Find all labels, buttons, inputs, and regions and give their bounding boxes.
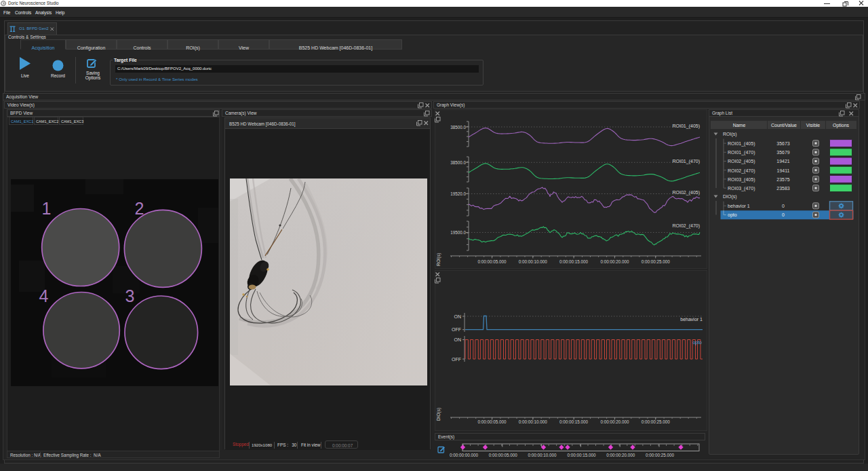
svg-text:Name: Name: [733, 123, 746, 128]
svg-text:0: 0: [782, 204, 785, 208]
svg-text:behavior 1: behavior 1: [680, 317, 703, 322]
svg-text:0:00:00:00.000: 0:00:00:00.000: [450, 453, 479, 457]
svg-text:19520.0: 19520.0: [450, 191, 466, 196]
svg-text:ROI02_(405): ROI02_(405): [728, 159, 755, 164]
svg-text:ROI(s): ROI(s): [723, 132, 737, 137]
svg-text:0:00:00:10.000: 0:00:00:10.000: [519, 259, 548, 264]
svg-text:2: 2: [135, 199, 144, 218]
svg-text:ROI02_(470): ROI02_(470): [673, 223, 700, 229]
svg-text:0:00:00:05.000: 0:00:00:05.000: [477, 259, 507, 264]
svg-text:Visible: Visible: [806, 123, 821, 128]
svg-text:4: 4: [39, 286, 49, 305]
svg-text:19411: 19411: [777, 168, 790, 173]
svg-text:0:00:00:25.000: 0:00:00:25.000: [646, 453, 675, 457]
svg-text:Options: Options: [833, 123, 850, 128]
svg-text:0:00:00:20.000: 0:00:00:20.000: [600, 419, 629, 424]
svg-text:ON: ON: [454, 337, 462, 342]
svg-text:35673: 35673: [776, 141, 790, 146]
svg-text:ROI03_(470): ROI03_(470): [728, 186, 755, 191]
svg-text:OFF: OFF: [452, 357, 461, 362]
svg-text:1: 1: [42, 199, 52, 218]
svg-text:0:00:00:25.000: 0:00:00:25.000: [642, 259, 671, 264]
svg-text:opto: opto: [692, 340, 702, 345]
svg-text:behavior 1: behavior 1: [728, 204, 750, 208]
svg-text:ROI01_(470): ROI01_(470): [673, 159, 700, 164]
svg-text:23583: 23583: [776, 186, 790, 191]
svg-text:0:00:00:15.000: 0:00:00:15.000: [559, 419, 589, 424]
svg-text:3: 3: [125, 286, 135, 305]
svg-text:0:00:00:10.000: 0:00:00:10.000: [519, 419, 548, 424]
svg-text:19421: 19421: [776, 159, 790, 164]
svg-text:ROI01_(405): ROI01_(405): [673, 124, 700, 129]
svg-text:23575: 23575: [776, 177, 790, 182]
svg-text:DIO(s): DIO(s): [723, 194, 737, 200]
svg-text:ROI03_(405): ROI03_(405): [728, 177, 755, 183]
svg-text:38500.0: 38500.0: [450, 160, 466, 165]
svg-text:19500.0: 19500.0: [450, 230, 466, 235]
svg-text:opto: opto: [728, 212, 737, 218]
svg-text:Doric Neuroscience Studio: Doric Neuroscience Studio: [8, 1, 59, 5]
svg-text:Count/Value: Count/Value: [771, 123, 797, 128]
svg-text:0:00:00:05.000: 0:00:00:05.000: [489, 453, 518, 457]
svg-text:0:00:00:10.000: 0:00:00:10.000: [528, 453, 557, 457]
svg-text:0:00:00:15.000: 0:00:00:15.000: [559, 259, 589, 264]
svg-text:0: 0: [782, 212, 785, 217]
svg-text:ROI(s): ROI(s): [436, 253, 441, 266]
svg-text:38500.0: 38500.0: [450, 125, 466, 130]
svg-text:0:00:00:15.000: 0:00:00:15.000: [567, 453, 596, 457]
svg-text:ROI02_(405): ROI02_(405): [673, 190, 700, 195]
svg-text:OFF: OFF: [452, 327, 461, 332]
svg-text:ROI01_(470): ROI01_(470): [728, 150, 755, 155]
svg-text:0:00:00:25.000: 0:00:00:25.000: [642, 419, 671, 424]
svg-text:0:00:00:20.000: 0:00:00:20.000: [606, 453, 635, 457]
svg-text:0:00:00:20.000: 0:00:00:20.000: [600, 259, 629, 264]
svg-text:35679: 35679: [776, 150, 790, 155]
svg-text:ROI01_(405): ROI01_(405): [728, 141, 755, 147]
svg-text:ROI02_(470): ROI02_(470): [728, 168, 755, 174]
svg-text:DIO(s): DIO(s): [436, 408, 441, 421]
svg-text:0:00:00:05.000: 0:00:00:05.000: [477, 419, 507, 424]
svg-text:ON: ON: [454, 314, 462, 319]
